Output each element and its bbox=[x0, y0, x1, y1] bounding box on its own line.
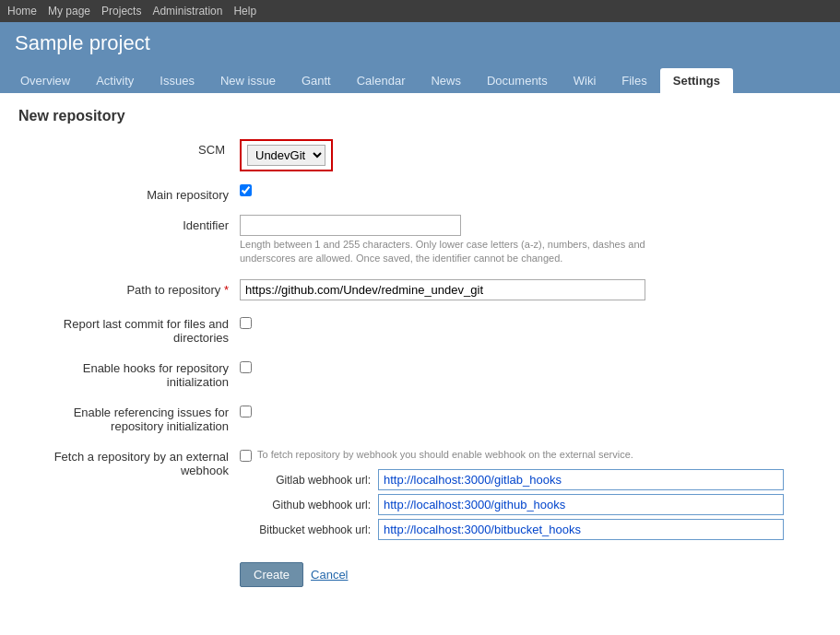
enable-referencing-checkbox[interactable] bbox=[240, 406, 252, 417]
path-control bbox=[240, 279, 822, 300]
identifier-input[interactable] bbox=[240, 215, 461, 236]
path-label: Path to repository bbox=[37, 279, 240, 297]
tab-activity[interactable]: Activity bbox=[83, 68, 147, 93]
content-area: New repository SCM UndevGit Git Svn Merc… bbox=[0, 93, 840, 602]
bitbucket-label: Bitbucket webhook url: bbox=[240, 523, 378, 536]
enable-referencing-label: Enable referencing issues for repository… bbox=[37, 402, 240, 433]
scm-select[interactable]: UndevGit Git Svn Mercurial bbox=[247, 145, 325, 166]
scm-label: SCM bbox=[37, 139, 240, 157]
github-url-input[interactable] bbox=[378, 494, 784, 515]
gitlab-label: Gitlab webhook url: bbox=[240, 474, 378, 487]
enable-referencing-row: Enable referencing issues for repository… bbox=[37, 402, 822, 433]
scm-row: SCM UndevGit Git Svn Mercurial bbox=[37, 139, 822, 171]
github-label: Github webhook url: bbox=[240, 499, 378, 512]
webhook-urls: Gitlab webhook url: Github webhook url: … bbox=[240, 469, 822, 540]
main-repo-control bbox=[240, 184, 822, 199]
main-repo-label: Main repository bbox=[37, 184, 240, 202]
path-row: Path to repository bbox=[37, 279, 822, 300]
fetch-webhook-control: To fetch repository by webhook you shoul… bbox=[240, 446, 822, 544]
top-navigation: Home My page Projects Administration Hel… bbox=[0, 0, 840, 22]
enable-referencing-control bbox=[240, 402, 822, 420]
project-title: Sample project bbox=[15, 31, 825, 55]
tab-calendar[interactable]: Calendar bbox=[344, 68, 419, 93]
main-repo-row: Main repository bbox=[37, 184, 822, 202]
nav-help[interactable]: Help bbox=[233, 5, 256, 18]
tab-files[interactable]: Files bbox=[609, 68, 659, 93]
nav-home[interactable]: Home bbox=[7, 5, 37, 18]
page-title: New repository bbox=[18, 108, 822, 124]
nav-projects[interactable]: Projects bbox=[101, 5, 141, 18]
tab-news[interactable]: News bbox=[418, 68, 474, 93]
new-repository-form: SCM UndevGit Git Svn Mercurial Main repo… bbox=[37, 139, 822, 587]
scm-box: UndevGit Git Svn Mercurial bbox=[240, 139, 333, 171]
identifier-control: Length between 1 and 255 characters. Onl… bbox=[240, 215, 822, 266]
identifier-label: Identifier bbox=[37, 215, 240, 232]
identifier-row: Identifier Length between 1 and 255 char… bbox=[37, 215, 822, 266]
fetch-webhook-hint: To fetch repository by webhook you shoul… bbox=[257, 448, 633, 462]
tab-issues[interactable]: Issues bbox=[147, 68, 207, 93]
enable-hooks-label: Enable hooks for repository initializati… bbox=[37, 358, 240, 389]
path-input[interactable] bbox=[240, 279, 645, 300]
fetch-webhook-checkbox[interactable] bbox=[240, 450, 252, 462]
gitlab-url-input[interactable] bbox=[378, 469, 784, 490]
project-header: Sample project bbox=[0, 22, 840, 68]
tab-navigation: Overview Activity Issues New issue Gantt… bbox=[0, 68, 840, 93]
fetch-webhook-row: Fetch a repository by an external webhoo… bbox=[37, 446, 822, 544]
tab-settings[interactable]: Settings bbox=[660, 68, 733, 93]
report-commit-control bbox=[240, 313, 822, 332]
report-commit-checkbox[interactable] bbox=[240, 317, 252, 329]
scm-control: UndevGit Git Svn Mercurial bbox=[240, 139, 822, 171]
fetch-webhook-label: Fetch a repository by an external webhoo… bbox=[37, 446, 240, 477]
enable-hooks-checkbox[interactable] bbox=[240, 361, 252, 373]
tab-overview[interactable]: Overview bbox=[7, 68, 83, 93]
report-commit-label: Report last commit for files and directo… bbox=[37, 313, 240, 345]
nav-mypage[interactable]: My page bbox=[48, 5, 90, 18]
gitlab-webhook-row: Gitlab webhook url: bbox=[240, 469, 822, 490]
identifier-hint: Length between 1 and 255 characters. Onl… bbox=[240, 238, 645, 266]
bitbucket-webhook-row: Bitbucket webhook url: bbox=[240, 519, 822, 540]
tab-wiki[interactable]: Wiki bbox=[561, 68, 609, 93]
github-webhook-row: Github webhook url: bbox=[240, 494, 822, 515]
tab-gantt[interactable]: Gantt bbox=[289, 68, 344, 93]
report-commit-row: Report last commit for files and directo… bbox=[37, 313, 822, 345]
form-actions: Create Cancel bbox=[240, 562, 822, 587]
main-repo-checkbox[interactable] bbox=[240, 184, 252, 196]
enable-hooks-row: Enable hooks for repository initializati… bbox=[37, 358, 822, 389]
enable-hooks-control bbox=[240, 358, 822, 376]
tab-documents[interactable]: Documents bbox=[474, 68, 561, 93]
nav-administration[interactable]: Administration bbox=[152, 5, 222, 18]
bitbucket-url-input[interactable] bbox=[378, 519, 784, 540]
tab-new-issue[interactable]: New issue bbox=[207, 68, 289, 93]
cancel-button[interactable]: Cancel bbox=[311, 568, 348, 582]
create-button[interactable]: Create bbox=[240, 562, 303, 587]
